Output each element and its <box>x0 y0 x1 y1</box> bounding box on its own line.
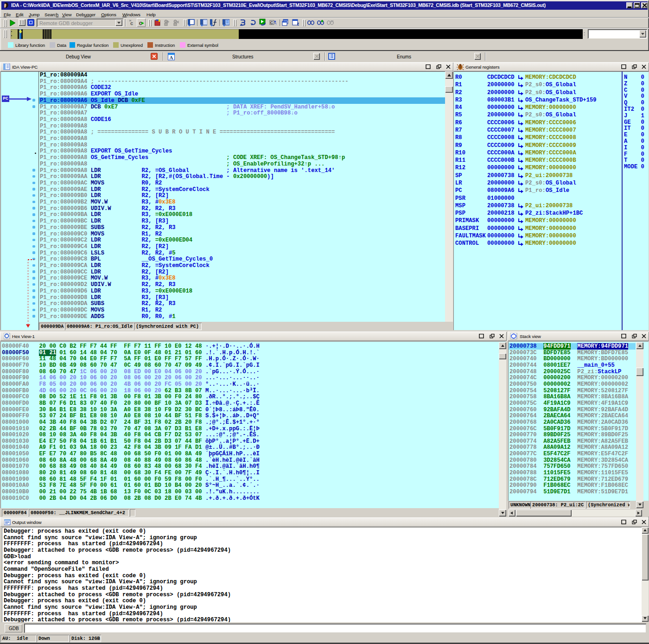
svg-text:C: C <box>270 20 274 25</box>
svg-text:A: A <box>170 55 173 60</box>
svg-text:B: B <box>297 22 299 26</box>
